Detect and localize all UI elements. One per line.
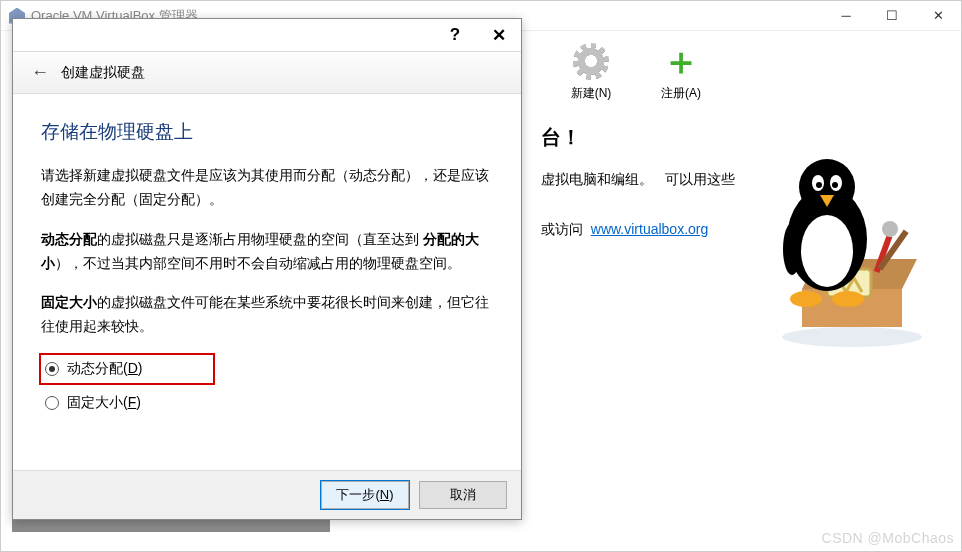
create-virtual-hard-disk-dialog: ? ✕ ← 创建虚拟硬盘 存储在物理硬盘上 请选择新建虚拟硬盘文件是应该为其使用…	[12, 18, 522, 520]
back-arrow-icon[interactable]: ←	[31, 62, 49, 83]
plus-icon: ＋	[662, 42, 700, 80]
close-button[interactable]: ✕	[915, 1, 961, 31]
svg-point-15	[790, 291, 822, 307]
next-button[interactable]: 下一步(N)	[321, 481, 409, 509]
svg-point-0	[782, 327, 922, 347]
minimize-button[interactable]: ─	[823, 1, 869, 31]
main-para1a: 虚拟电脑和编组。	[541, 171, 653, 187]
dialog-section-title: 存储在物理硬盘上	[41, 116, 493, 148]
radio-icon	[45, 362, 59, 376]
cancel-button[interactable]: 取消	[419, 481, 507, 509]
radio-icon	[45, 396, 59, 410]
gear-sun-icon	[573, 43, 609, 79]
svg-point-8	[801, 215, 853, 287]
dialog-footer: 下一步(N) 取消	[13, 470, 521, 519]
main-para2a: 或访问	[541, 221, 583, 237]
dialog-shadow-strip	[12, 520, 330, 532]
register-vm-label: 注册(A)	[651, 85, 711, 102]
new-vm-label: 新建(N)	[561, 85, 621, 102]
dialog-close-button[interactable]: ✕	[477, 19, 521, 51]
svg-point-17	[783, 223, 801, 275]
new-vm-button[interactable]: 新建(N)	[561, 41, 621, 102]
dialog-header: ← 创建虚拟硬盘	[13, 51, 521, 94]
svg-point-13	[832, 182, 838, 188]
radio-dynamic-allocation[interactable]: 动态分配(D)	[41, 355, 213, 383]
dialog-header-title: 创建虚拟硬盘	[61, 64, 145, 82]
tux-toolbox-illustration	[772, 139, 937, 359]
dialog-paragraph-2: 动态分配的虚拟磁盘只是逐渐占用物理硬盘的空间（直至达到 分配的大小），不过当其内…	[41, 228, 493, 276]
virtualbox-link[interactable]: www.virtualbox.org	[591, 221, 709, 237]
register-vm-button[interactable]: ＋ 注册(A)	[651, 41, 711, 102]
dialog-help-button[interactable]: ?	[433, 19, 477, 51]
svg-point-6	[882, 221, 898, 237]
dialog-content: 存储在物理硬盘上 请选择新建虚拟硬盘文件是应该为其使用而分配（动态分配），还是应…	[13, 94, 521, 470]
watermark-text: CSDN @MobChaos	[822, 530, 954, 546]
main-para1b: 可以用这些	[665, 171, 735, 187]
svg-point-12	[816, 182, 822, 188]
svg-point-16	[832, 291, 864, 307]
dialog-paragraph-3: 固定大小的虚拟磁盘文件可能在某些系统中要花很长时间来创建，但它往往使用起来较快。	[41, 291, 493, 339]
dialog-titlebar: ? ✕	[13, 19, 521, 51]
radio-fixed-size[interactable]: 固定大小(F)	[41, 389, 493, 417]
dialog-paragraph-1: 请选择新建虚拟硬盘文件是应该为其使用而分配（动态分配），还是应该创建完全分配（固…	[41, 164, 493, 212]
radio-fixed-label: 固定大小(F)	[67, 391, 141, 415]
radio-dynamic-label: 动态分配(D)	[67, 357, 142, 381]
maximize-button[interactable]: ☐	[869, 1, 915, 31]
